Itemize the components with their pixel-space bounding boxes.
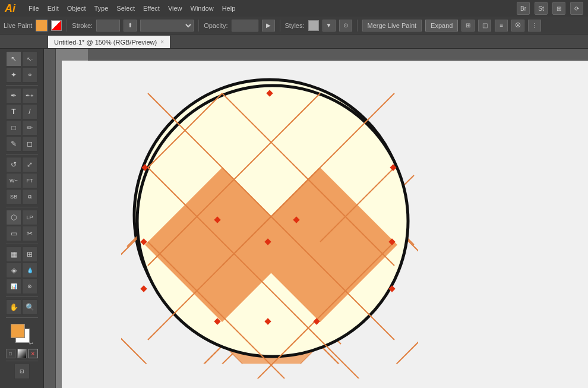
main-area: ↖ ↖· ✦ ⌖ ✒ ✒+ T / □ ✏ ✎ ◻ ↺ ⤢ W~	[0, 49, 588, 388]
menu-object[interactable]: Object	[64, 4, 90, 13]
foreground-color-swatch[interactable]	[11, 324, 25, 338]
opacity-input[interactable]: 100%	[232, 20, 258, 31]
svg-rect-0	[88, 49, 588, 61]
tool-live-paint-select[interactable]: LP	[22, 210, 37, 225]
menu-select[interactable]: Select	[113, 4, 138, 13]
color-swatches: ↩ □ ✕	[6, 324, 38, 358]
menu-type[interactable]: Type	[91, 4, 112, 13]
tool-live-paint[interactable]: ⬡	[6, 210, 21, 225]
change-screen-mode-icon[interactable]: ⊡	[14, 364, 30, 379]
svg-rect-1	[44, 49, 56, 388]
stock-icon[interactable]: St	[535, 2, 548, 15]
app-logo: Ai	[5, 2, 15, 15]
title-bar-icons: Br St ⊞ ⟳	[517, 2, 583, 15]
tool-rotate[interactable]: ↺	[6, 157, 21, 172]
globe-icon[interactable]: ⊙	[339, 20, 352, 31]
tool-rect[interactable]: □	[6, 120, 21, 135]
tool-zoom[interactable]: 🔍	[22, 299, 37, 315]
swatch-stack[interactable]: ↩	[11, 324, 33, 346]
menu-help[interactable]: Help	[219, 4, 239, 13]
more-icon[interactable]: ⋮	[528, 20, 541, 31]
ruler-horizontal: /* ruler ticks drawn by JS below */	[88, 49, 588, 61]
tool-graph[interactable]: 📊	[6, 279, 21, 294]
tool-magic-wand[interactable]: ✦	[6, 67, 21, 83]
tool-slice[interactable]: ✂	[22, 226, 37, 241]
distribute-icon[interactable]: ⦿	[511, 20, 524, 31]
align-icon[interactable]: ≡	[495, 20, 508, 31]
menu-edit[interactable]: Edit	[44, 4, 62, 13]
tool-shape-builder[interactable]: SB	[6, 189, 21, 204]
reset-colors-icon[interactable]: ↩	[29, 341, 33, 346]
artwork-canvas[interactable]	[118, 64, 427, 378]
tab-close-button[interactable]: ×	[160, 39, 164, 45]
canvas-area: /* ruler ticks drawn by JS below */	[44, 49, 588, 388]
tool-add-anchor[interactable]: ✒+	[22, 88, 37, 103]
stroke-label: Stroke:	[72, 22, 93, 29]
document-tab[interactable]: Untitled-1* @ 150% (RGB/Preview) ×	[48, 35, 170, 48]
menu-file[interactable]: File	[25, 4, 43, 13]
grid-icon-opt[interactable]: ⊞	[461, 20, 475, 31]
tool-pencil[interactable]: ✎	[6, 136, 21, 152]
options-bar: Live Paint Stroke: ⬆ Opacity: 100% ▶ Sty…	[0, 17, 588, 34]
tool-direct-select[interactable]: ↖·	[22, 51, 37, 67]
tool-free-transform[interactable]: FT	[22, 173, 37, 188]
none-swatch[interactable]: ✕	[29, 349, 38, 358]
opacity-arrow-icon[interactable]: ▶	[262, 20, 275, 31]
menu-window[interactable]: Window	[187, 4, 217, 13]
tool-perspective[interactable]: ⧉	[22, 189, 37, 204]
tool-blend[interactable]: ◈	[6, 263, 21, 278]
live-paint-label: Live Paint	[4, 22, 32, 29]
svg-rect-47	[140, 285, 147, 292]
menu-view[interactable]: View	[165, 4, 186, 13]
tool-scale[interactable]: ⤢	[22, 157, 37, 172]
menu-bar: File Edit Object Type Select Effect View…	[25, 4, 239, 13]
toolbox: ↖ ↖· ✦ ⌖ ✒ ✒+ T / □ ✏ ✎ ◻ ↺ ⤢ W~	[0, 49, 44, 388]
stroke-select[interactable]	[140, 20, 194, 31]
bridge-icon[interactable]: Br	[517, 2, 530, 15]
tool-eyedropper[interactable]: 💧	[22, 263, 37, 278]
normal-mode-icon[interactable]: □	[6, 349, 15, 358]
tool-select[interactable]: ↖	[6, 51, 21, 67]
stroke-input[interactable]	[96, 20, 120, 31]
tool-eraser[interactable]: ◻	[22, 136, 37, 152]
title-bar: Ai File Edit Object Type Select Effect V…	[0, 0, 588, 17]
expand-button[interactable]: Expand	[425, 20, 458, 31]
stroke-arrows-icon[interactable]: ⬆	[124, 20, 137, 31]
tool-artboard[interactable]: ▭	[6, 226, 21, 241]
tool-mesh[interactable]: ⊞	[22, 247, 37, 262]
style-dropdown-icon[interactable]: ▼	[323, 20, 336, 31]
tool-gradient[interactable]: ▦	[6, 247, 21, 262]
tool-line[interactable]: /	[22, 104, 37, 119]
stroke-color-swatch[interactable]	[51, 20, 62, 31]
gradient-swatch[interactable]	[17, 349, 27, 358]
arrange-icon[interactable]: ◫	[478, 20, 491, 31]
tool-type[interactable]: T	[6, 104, 21, 119]
style-label: Styles:	[285, 22, 305, 29]
ruler-vertical	[44, 49, 56, 388]
tool-hand[interactable]: ✋	[6, 299, 21, 315]
style-swatch[interactable]	[308, 20, 319, 31]
tool-warp[interactable]: W~	[6, 173, 21, 188]
sync-icon[interactable]: ⟳	[570, 2, 583, 15]
fill-swatch[interactable]	[36, 20, 48, 31]
workspace-grid-icon[interactable]: ⊞	[552, 2, 565, 15]
tab-bar: Untitled-1* @ 150% (RGB/Preview) ×	[0, 34, 588, 49]
tool-symbol[interactable]: ⊛	[22, 279, 37, 294]
merge-live-paint-button[interactable]: Merge Live Paint	[362, 20, 422, 31]
tool-pen[interactable]: ✒	[6, 88, 21, 103]
tool-paintbrush[interactable]: ✏	[22, 120, 37, 135]
opacity-label: Opacity:	[204, 22, 227, 29]
menu-effect[interactable]: Effect	[140, 4, 163, 13]
tab-title: Untitled-1* @ 150% (RGB/Preview)	[54, 39, 157, 46]
tool-lasso[interactable]: ⌖	[22, 67, 37, 83]
